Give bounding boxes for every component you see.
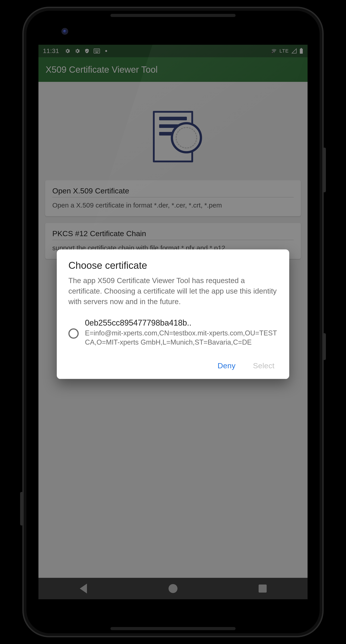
certificate-hash: 0eb255cc895477798ba418b..	[85, 318, 278, 327]
power-button[interactable]	[324, 148, 326, 192]
dialog-body: The app X509 Certificate Viewer Tool has…	[68, 276, 278, 307]
deny-button[interactable]: Deny	[216, 358, 237, 373]
volume-button[interactable]	[324, 333, 326, 360]
choose-certificate-dialog: Choose certificate The app X509 Certific…	[57, 250, 289, 379]
side-button-left[interactable]	[20, 492, 22, 526]
dialog-actions: Deny Select	[68, 358, 278, 373]
radio-unselected-icon[interactable]	[68, 328, 79, 338]
select-button[interactable]: Select	[251, 358, 276, 373]
certificate-option[interactable]: 0eb255cc895477798ba418b.. E=info@mit-xpe…	[68, 316, 278, 350]
phone-speaker-top	[110, 14, 236, 17]
certificate-dn: E=info@mit-xperts.com,CN=testbox.mit-xpe…	[85, 328, 278, 347]
front-camera	[61, 28, 68, 35]
phone-frame: 11:31 LTE	[22, 7, 324, 637]
phone-speaker-bottom	[110, 627, 236, 630]
dialog-title: Choose certificate	[68, 260, 278, 271]
screen: 11:31 LTE	[38, 45, 308, 599]
